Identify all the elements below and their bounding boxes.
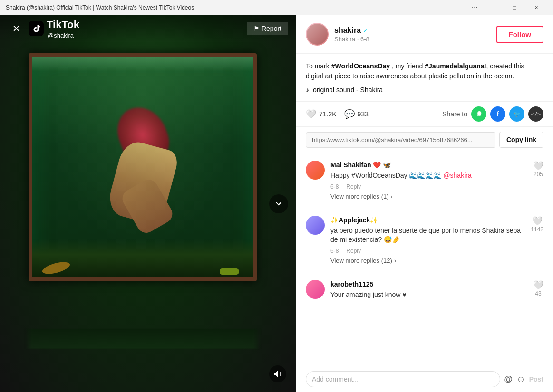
whatsapp-icon bbox=[475, 110, 483, 118]
link-row: https://www.tiktok.com/@shakira/video/69… bbox=[296, 127, 553, 153]
share-facebook-button[interactable]: f bbox=[490, 106, 505, 122]
share-embed-button[interactable]: </> bbox=[528, 106, 543, 122]
music-icon: ♪ bbox=[306, 86, 309, 94]
comment-body: karobeth1125 Your amazing just know ♥ bbox=[330, 280, 527, 303]
comment-text: Your amazing just know ♥ bbox=[330, 290, 527, 300]
comment-text: ya pero puedo tener la suerte de que por… bbox=[330, 226, 525, 245]
volume-button[interactable] bbox=[269, 365, 286, 382]
comments-section: Mai Shakifan ❤️ 🦋 Happy #WorldOceansDay … bbox=[296, 153, 553, 366]
tiktok-logo-text: TikTok bbox=[47, 19, 79, 31]
right-panel: shakira ✓ Shakira · 6-8 Follow To mark #… bbox=[296, 15, 553, 392]
comments-count: 933 bbox=[358, 110, 369, 118]
like-heart-icon: 🤍 bbox=[533, 161, 543, 171]
titlebar-dots-btn[interactable]: ··· bbox=[468, 3, 482, 12]
like-heart-icon: 🤍 bbox=[532, 216, 543, 226]
tiktok-logo: TikTok @shakira bbox=[29, 19, 79, 39]
comment-like[interactable]: 🤍 43 bbox=[533, 280, 543, 303]
debris bbox=[32, 239, 253, 277]
tiktok-username: @shakira bbox=[48, 32, 79, 39]
reply-button[interactable]: Reply bbox=[346, 248, 361, 254]
volume-icon bbox=[273, 370, 282, 378]
comment-avatar bbox=[306, 161, 325, 180]
profile-section: shakira ✓ Shakira · 6-8 Follow bbox=[296, 15, 553, 54]
share-twitter-button[interactable]: 🐦 bbox=[509, 106, 524, 122]
comments-stat[interactable]: 💬 933 bbox=[344, 109, 369, 119]
comment-item: ✨Applejack✨ ya pero puedo tener la suert… bbox=[306, 208, 543, 272]
main-layout: ✕ TikTok @shakira ⚑ Report bbox=[0, 15, 553, 392]
comment-input-row: @ ☺ Post bbox=[296, 366, 553, 392]
comment-body: Mai Shakifan ❤️ 🦋 Happy #WorldOceansDay … bbox=[330, 161, 527, 200]
video-top-bar: ✕ TikTok @shakira ⚑ Report bbox=[0, 15, 296, 42]
at-icon[interactable]: @ bbox=[504, 374, 513, 384]
avatar bbox=[306, 23, 329, 46]
figure bbox=[95, 116, 190, 249]
desc-hashtag1[interactable]: #WorldOceansDay bbox=[331, 62, 390, 70]
desc-hashtag2[interactable]: #JaumedelalguanaI bbox=[425, 62, 486, 70]
chevron-icon: › bbox=[391, 193, 393, 200]
comment-like[interactable]: 🤍 1142 bbox=[531, 216, 543, 264]
titlebar: Shakira (@shakira) Official TikTok | Wat… bbox=[0, 0, 553, 15]
comment-likes-count: 1142 bbox=[531, 226, 543, 233]
comment-item: Mai Shakifan ❤️ 🦋 Happy #WorldOceansDay … bbox=[306, 153, 543, 208]
description-text: To mark #WorldOceansDay , my friend #Jau… bbox=[306, 61, 543, 81]
like-heart-icon: 🤍 bbox=[533, 280, 543, 290]
scroll-down-button[interactable] bbox=[269, 194, 288, 213]
desc-mid1: , my friend bbox=[390, 62, 425, 70]
report-button[interactable]: ⚑ Report bbox=[247, 22, 288, 35]
profile-info: shakira ✓ Shakira · 6-8 bbox=[334, 26, 491, 43]
comment-date: 6-8 bbox=[330, 248, 339, 254]
emoji-icon[interactable]: ☺ bbox=[516, 374, 525, 384]
titlebar-title: Shakira (@shakira) Official TikTok | Wat… bbox=[6, 4, 468, 11]
description: To mark #WorldOceansDay , my friend #Jau… bbox=[296, 54, 553, 102]
comment-username: Mai Shakifan ❤️ 🦋 bbox=[330, 161, 391, 169]
verified-badge: ✓ bbox=[363, 27, 369, 34]
comment-date: 6-8 bbox=[330, 183, 339, 190]
comment-actions: @ ☺ bbox=[504, 374, 525, 384]
likes-count: 71.2K bbox=[319, 110, 337, 118]
video-close-button[interactable]: ✕ bbox=[8, 20, 25, 37]
comment-meta: 6-8 Reply bbox=[330, 183, 527, 190]
share-to-label: Share to bbox=[442, 110, 467, 118]
comment-likes-count: 43 bbox=[535, 290, 541, 297]
video-panel: ✕ TikTok @shakira ⚑ Report bbox=[0, 15, 296, 392]
reply-button[interactable]: Reply bbox=[346, 183, 361, 190]
video-content bbox=[0, 15, 296, 392]
comment-like[interactable]: 🤍 205 bbox=[533, 161, 543, 200]
svg-rect-0 bbox=[29, 21, 44, 36]
aquarium bbox=[29, 53, 257, 281]
window-close-button[interactable]: × bbox=[525, 0, 547, 15]
avatar-inner bbox=[307, 24, 328, 45]
comment-avatar bbox=[306, 280, 325, 299]
logo-group: TikTok @shakira bbox=[47, 19, 79, 39]
sound-label: original sound - Shakira bbox=[313, 86, 383, 94]
follow-button[interactable]: Follow bbox=[496, 26, 544, 43]
profile-name-row: shakira ✓ bbox=[334, 26, 491, 35]
mention[interactable]: @shakira bbox=[443, 172, 471, 179]
comment-input[interactable] bbox=[306, 371, 500, 387]
facebook-icon: f bbox=[497, 110, 499, 118]
view-replies-button[interactable]: View more replies (12) › bbox=[330, 257, 525, 264]
minimize-button[interactable]: – bbox=[482, 0, 504, 15]
twitter-icon: 🐦 bbox=[514, 111, 521, 117]
chevron-down-icon bbox=[274, 199, 283, 209]
embed-icon: </> bbox=[531, 111, 541, 117]
copy-link-button[interactable]: Copy link bbox=[499, 132, 543, 148]
chevron-icon: › bbox=[394, 257, 396, 264]
share-whatsapp-button[interactable] bbox=[471, 106, 486, 122]
profile-sub: Shakira · 6-8 bbox=[334, 36, 491, 43]
comment-icon: 💬 bbox=[344, 109, 355, 119]
comment-likes-count: 205 bbox=[534, 171, 543, 178]
comment-username: ✨Applejack✨ bbox=[330, 216, 378, 224]
maximize-button[interactable]: □ bbox=[504, 0, 525, 15]
profile-name: shakira bbox=[334, 26, 361, 35]
comment-item: karobeth1125 Your amazing just know ♥ 🤍 … bbox=[306, 272, 543, 311]
comment-meta: 6-8 Reply bbox=[330, 248, 525, 254]
post-comment-button[interactable]: Post bbox=[529, 375, 543, 383]
heart-icon: 🤍 bbox=[306, 109, 316, 119]
video-artwork bbox=[0, 15, 296, 392]
tiktok-icon bbox=[29, 21, 44, 36]
sound-row[interactable]: ♪ original sound - Shakira bbox=[306, 86, 543, 94]
view-replies-button[interactable]: View more replies (1) › bbox=[330, 193, 527, 200]
likes-stat[interactable]: 🤍 71.2K bbox=[306, 109, 337, 119]
reflection bbox=[29, 329, 257, 349]
